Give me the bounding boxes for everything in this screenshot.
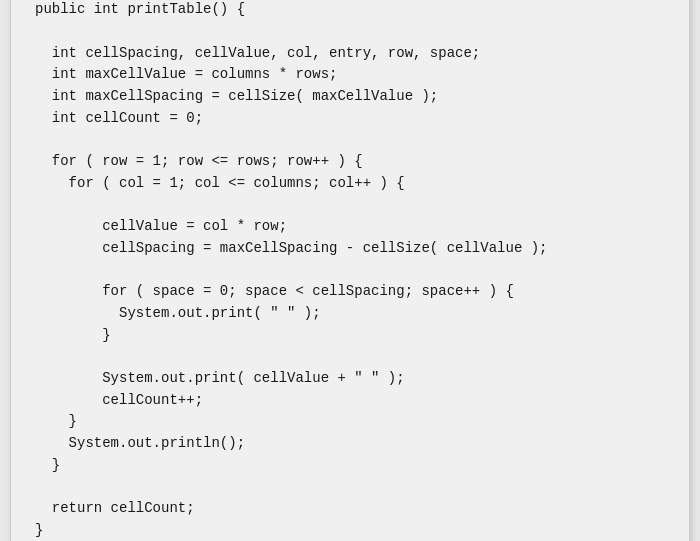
code-line: cellValue = col * row;: [35, 216, 665, 238]
code-line: System.out.print( " " );: [35, 303, 665, 325]
code-line: }: [35, 520, 665, 541]
code-line: }: [35, 455, 665, 477]
code-line: [35, 260, 665, 282]
code-line: System.out.print( cellValue + " " );: [35, 368, 665, 390]
code-line: [35, 130, 665, 152]
code-line: [35, 195, 665, 217]
code-block: public int printTable() { int cellSpacin…: [35, 0, 665, 541]
code-line: }: [35, 411, 665, 433]
code-line: return cellCount;: [35, 498, 665, 520]
code-line: [35, 346, 665, 368]
code-line: cellSpacing = maxCellSpacing - cellSize(…: [35, 238, 665, 260]
code-line: int cellSpacing, cellValue, col, entry, …: [35, 43, 665, 65]
code-container: public int printTable() { int cellSpacin…: [10, 0, 690, 541]
code-line: cellCount++;: [35, 390, 665, 412]
code-line: public int printTable() {: [35, 0, 665, 21]
code-line: }: [35, 325, 665, 347]
code-line: for ( row = 1; row <= rows; row++ ) {: [35, 151, 665, 173]
code-line: for ( space = 0; space < cellSpacing; sp…: [35, 281, 665, 303]
code-line: System.out.println();: [35, 433, 665, 455]
code-line: int maxCellSpacing = cellSize( maxCellVa…: [35, 86, 665, 108]
code-line: [35, 21, 665, 43]
code-line: int cellCount = 0;: [35, 108, 665, 130]
code-line: int maxCellValue = columns * rows;: [35, 64, 665, 86]
code-line: [35, 477, 665, 499]
code-line: for ( col = 1; col <= columns; col++ ) {: [35, 173, 665, 195]
